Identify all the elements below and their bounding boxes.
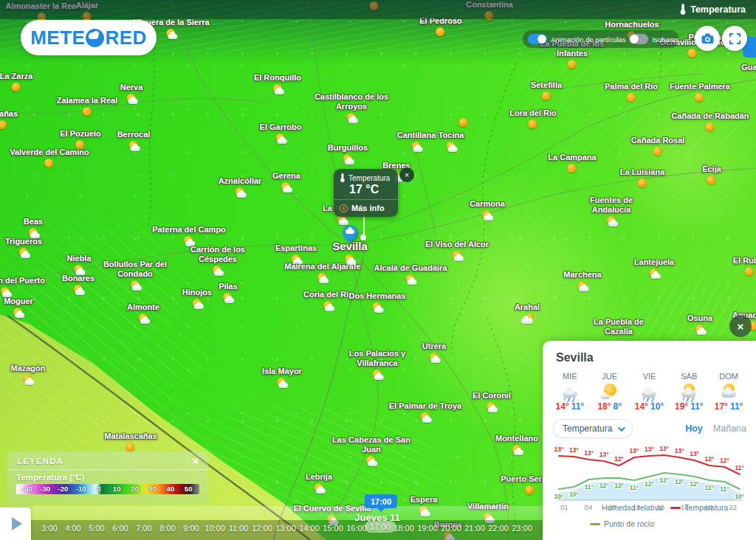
timeline-time[interactable]: 15:00 [323,524,343,533]
town-niebla[interactable]: Niebla [66,254,91,275]
town-paterna-del-campo[interactable]: Paterna del Campo [152,225,226,246]
timeline-time[interactable]: 23:00 [512,524,532,533]
town-nerva[interactable]: Nerva [120,83,143,104]
variable-dropdown[interactable]: Temperatura [553,419,633,438]
town-marchena[interactable]: Marchena [563,270,601,291]
timeline-time[interactable]: 14:00 [299,524,320,533]
town-fuentes-de[interactable]: Fuentes deAndalucía [590,195,633,226]
town-gerena[interactable]: Gerena [272,171,300,193]
forecast-day-sáb[interactable]: SÁB19°11° [669,372,709,412]
town-los-palacios-y[interactable]: Los Palacios yVillafranca [349,349,405,380]
town-lebrija[interactable]: Lebrija [306,472,332,494]
town-osuna[interactable]: Osuna [687,314,712,335]
timeline-time[interactable]: 9:00 [183,524,199,533]
town-la-zarza[interactable]: La Zarza [0,72,32,93]
fullscreen-button[interactable] [722,26,747,51]
panel-close-button[interactable]: × [729,315,752,337]
town-coria-del-río[interactable]: Coria del Río [303,290,354,311]
timeline-time[interactable]: 6:00 [112,524,128,533]
timeline-time[interactable]: 20:00 [441,524,461,533]
town-alcalá-de-guadaira[interactable]: Alcalá de Guadaira [374,263,447,285]
legend-close-icon[interactable]: × [193,456,199,466]
timeline-time[interactable]: 7:00 [136,524,151,533]
town-matalascañas[interactable]: Matalascañas [104,432,157,453]
town-setefilla[interactable]: Setefilla [531,80,562,102]
town-marker[interactable] [458,117,470,128]
town-zalamea-la-real[interactable]: Zalamea la Real [57,96,118,117]
timeline-time[interactable]: 4:00 [65,524,80,533]
tab-hoy[interactable]: Hoy [685,423,703,434]
town-hinojos[interactable]: Hinojos [182,288,212,309]
town-bonares[interactable]: Bonares [62,274,94,295]
timeline-time[interactable]: 11:00 [229,524,249,533]
forecast-day-jue[interactable]: JUE18°8° [590,372,630,412]
town-utrera[interactable]: Utrera [422,342,446,363]
town-burguillos[interactable]: Burguillos [328,143,368,165]
town-aznalcóllar[interactable]: Aznalcóllar [219,176,262,198]
timeline-time[interactable]: 13:00 [275,524,296,533]
timeline-time[interactable]: 19:00 [417,524,438,533]
town-san-juan-del-puerto[interactable]: San Juan del Puerto [0,276,45,297]
town-pilas[interactable]: Pilas [219,282,238,303]
timeline-current-time[interactable]: 17:00 [365,521,396,533]
town-cañada-rosal[interactable]: Cañada Rosal [631,136,685,157]
town-tocina[interactable]: Tocina [439,131,464,152]
town-calañas[interactable]: Calañas [0,109,18,131]
town-cañada-de-rabadán[interactable]: Cañada de Rabadán [671,111,749,133]
timeline-time[interactable]: 18:00 [394,524,414,533]
town-carmona[interactable]: Carmona [470,199,505,221]
town-valverde-del-camino[interactable]: Valverde del Camino [10,148,89,169]
town-berrocal[interactable]: Berrocal [117,130,151,151]
more-info-button[interactable]: i Más info [334,200,398,217]
town-carrión-de-los[interactable]: Carrión de losCéspedes [190,245,245,276]
town-dos-hermanas[interactable]: Dos Hermanas [348,291,405,313]
town-écija[interactable]: Écija [702,165,721,186]
forecast-day-vie[interactable]: VIE14°10° [630,372,670,412]
town-el-palmar-de-troya[interactable]: El Palmar de Troya [389,401,461,423]
timeline-time[interactable]: 8:00 [159,524,175,533]
town-el-rubio[interactable]: El Rubio [733,256,756,277]
active-layer-indicator[interactable]: Temperatura [679,4,746,15]
forecast-day-mié[interactable]: MIÉ14°11° [550,372,590,412]
town-la-puebla-de[interactable]: La Puebla deCazalla [594,317,644,336]
town-guadalcázar[interactable]: Guadalcázar [741,63,756,72]
town-el-pedroso[interactable]: El Pedroso [419,16,461,38]
town-montellano[interactable]: Montellano [495,434,538,455]
play-button[interactable] [0,508,31,540]
timeline-time[interactable]: 3:00 [41,524,57,533]
isobars-toggle[interactable] [629,34,648,44]
town-moguer[interactable]: Moguer [4,297,33,318]
forecast-day-dom[interactable]: DOM17°11° [709,372,749,412]
tooltip-close-button[interactable]: × [399,167,414,182]
meteored-logo[interactable]: METERED [21,20,157,55]
timeline-time[interactable]: 22:00 [488,524,509,533]
town-lora-del-río[interactable]: Lora del Río [509,108,557,130]
town-palma-del-río[interactable]: Palma del Río [605,82,658,103]
town-el-viso-del-alcor[interactable]: El Viso del Alcor [425,240,489,261]
town-mazagón[interactable]: Mazagón [10,364,45,385]
town-las-cabezas-de-san[interactable]: Las Cabezas de SanJuan [332,435,410,466]
town-la-luisiana[interactable]: La Luisiana [620,167,665,189]
town-mairena-del-aljarafe[interactable]: Mairena del Aljarafe [284,262,361,283]
timeline-time[interactable]: 21:00 [464,524,485,533]
town-castilblanco-de-los[interactable]: Castilblanco de losArroyos [315,92,388,123]
tab-mañana[interactable]: Mañana [713,423,746,434]
timeline-time[interactable]: 5:00 [89,524,104,533]
town-lantejuela[interactable]: Lantejuela [634,257,674,279]
town-isla-mayor[interactable]: Isla Mayor [262,367,302,388]
town-arahal[interactable]: Arahal [515,302,540,324]
town-el-coronil[interactable]: El Coronil [472,391,511,412]
timeline-time[interactable]: 10:00 [205,524,225,533]
particles-toggle[interactable] [528,34,547,44]
town-sevilla[interactable]: Sevilla [332,240,368,265]
town-bollullos-par-del[interactable]: Bollullos Par delCondado [103,260,167,291]
timeline-time[interactable]: 16:00 [346,524,367,533]
town-fuente-palmera[interactable]: Fuente Palmera [670,82,730,103]
town-trigueros[interactable]: Trigueros [5,237,42,258]
town-cantillana[interactable]: Cantillana [397,131,436,152]
town-el-garrobo[interactable]: El Garrobo [260,122,302,144]
town-la-campana[interactable]: La Campana [548,153,596,174]
town-beas[interactable]: Beas [24,217,43,238]
timeline-time[interactable]: 12:00 [252,524,272,533]
town-almonte[interactable]: Almonte [127,302,159,324]
